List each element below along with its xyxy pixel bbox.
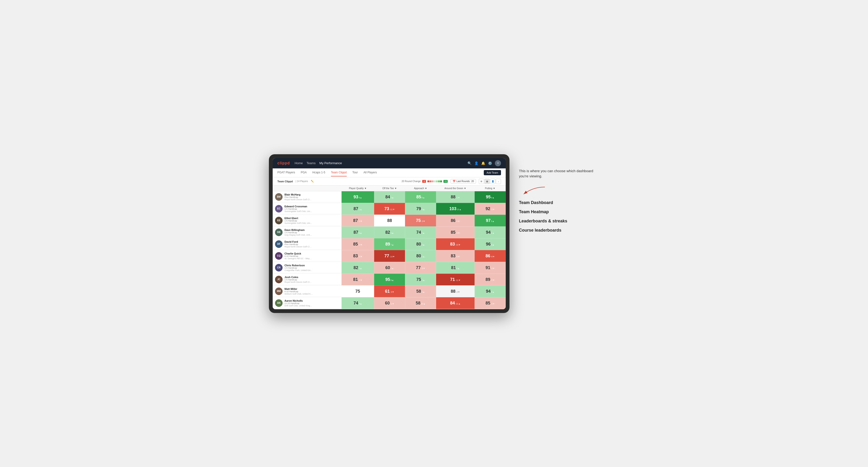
score-cell[interactable]: 92-3▼	[474, 203, 505, 215]
score-value: 87	[353, 206, 358, 211]
nav-logo[interactable]: clippd	[277, 161, 290, 165]
score-cell[interactable]: 752▲	[405, 274, 436, 285]
score-cell[interactable]: 823▲	[342, 262, 374, 274]
score-value: 83	[353, 253, 358, 258]
score-cell[interactable]: 86-6▼	[436, 215, 475, 226]
export-button[interactable]: ↓	[496, 179, 501, 184]
score-cell[interactable]: 71-11▼	[436, 274, 475, 285]
score-cell[interactable]: 584▲	[405, 285, 436, 297]
score-cell[interactable]: 73-11▼	[374, 203, 405, 215]
bell-icon[interactable]: 🔔	[481, 161, 485, 165]
score-cell[interactable]: 77-14▼	[374, 250, 405, 262]
tab-tour[interactable]: Tour	[352, 169, 358, 177]
score-cell[interactable]: 60-1▼	[374, 297, 405, 309]
score-cell[interactable]: 83-3▼	[342, 250, 374, 262]
score-cell[interactable]: 897▲	[374, 238, 405, 250]
score-cell[interactable]: 88-2▼	[436, 285, 475, 297]
tab-pga[interactable]: PGA	[301, 169, 307, 177]
tab-team-clippd[interactable]: Team Clippd	[331, 169, 347, 177]
score-cell[interactable]: 83-6▼	[436, 250, 475, 262]
option-team-heatmap[interactable]: Team Heatmap	[519, 210, 599, 214]
score-cell[interactable]: 86-8▼	[474, 250, 505, 262]
tab-pgat[interactable]: PGAT Players	[277, 169, 295, 177]
score-cell[interactable]: 75	[342, 285, 374, 297]
col-header-tee[interactable]: Off the Tee ▼	[374, 186, 405, 191]
option-leaderboards[interactable]: Leaderboards & streaks	[519, 219, 599, 224]
grid-view-button[interactable]: ⊞	[479, 179, 484, 184]
score-cell[interactable]: 89-2▼	[474, 274, 505, 285]
score-cell[interactable]: 84-21▲	[436, 297, 475, 309]
score-cell[interactable]: 803▲	[405, 238, 436, 250]
score-cell[interactable]: 846▲	[374, 191, 405, 203]
nav-link-home[interactable]: Home	[294, 160, 303, 166]
avatar-view-button[interactable]: 👤	[490, 179, 495, 184]
score-cell[interactable]: 801▲	[405, 250, 436, 262]
option-course-leaderboards[interactable]: Course leaderboards	[519, 228, 599, 233]
col-header-quality[interactable]: Player Quality ▼	[342, 186, 374, 191]
score-cell[interactable]: 61-3▼	[374, 285, 405, 297]
score-cell[interactable]: 871▲	[342, 203, 374, 215]
score-cell[interactable]: 741▲	[405, 226, 436, 238]
score-cell[interactable]: 748▲	[342, 297, 374, 309]
score-change: -3▼	[390, 291, 394, 293]
search-icon[interactable]: 🔍	[467, 161, 471, 165]
score-change: -6▼	[456, 255, 460, 258]
score-cell[interactable]: 83-10▼	[436, 238, 475, 250]
table-row[interactable]: CRChris Robertson1-5 HandicapCraigmillar…	[273, 262, 506, 274]
score-cell[interactable]: 85-4▼	[474, 297, 505, 309]
score-cell[interactable]: 10315▲	[436, 203, 475, 215]
score-cell[interactable]: 958▲	[374, 274, 405, 285]
score-cell[interactable]: 975▲	[474, 215, 505, 226]
score-cell[interactable]: 874▲	[342, 226, 374, 238]
score-cell[interactable]: 602▲	[374, 262, 405, 274]
score-cell[interactable]: 75-3▼	[405, 215, 436, 226]
settings-icon[interactable]: ⚙️	[488, 161, 492, 165]
table-row[interactable]: ECEdward Crossman1-5 HandicapSunningdale…	[273, 203, 506, 215]
score-change: 6▲	[391, 196, 394, 199]
score-cell[interactable]: 85-3▼	[436, 226, 475, 238]
player-avatar: JC	[275, 276, 283, 283]
nav-link-teams[interactable]: Teams	[307, 160, 316, 166]
score-cell[interactable]: 858▲	[405, 191, 436, 203]
table-row[interactable]: JCJosh Coles1-5 HandicapRoyal North Devo…	[273, 274, 506, 285]
score-cell[interactable]: 81-3▼	[342, 274, 374, 285]
score-cell[interactable]: 941▲	[474, 226, 505, 238]
col-header-green[interactable]: Around the Green ▼	[436, 186, 475, 191]
table-row[interactable]: EEElliot Ebert1-5 HandicapSunningdale Go…	[273, 215, 506, 226]
score-cell[interactable]: 799▲	[405, 203, 436, 215]
table-row[interactable]: DFDavid FordPlus HandicapRoyal North Dev…	[273, 238, 506, 250]
user-icon[interactable]: 👤	[474, 161, 478, 165]
heatmap-view-button[interactable]: ▦	[485, 179, 490, 184]
score-cell[interactable]: 5810▲	[405, 297, 436, 309]
edit-icon[interactable]: ✏️	[311, 180, 314, 183]
page-wrapper: clippd Home Teams My Performance 🔍 👤 🔔 ⚙…	[269, 154, 599, 313]
score-cell[interactable]: 824▲	[374, 226, 405, 238]
tab-all-players[interactable]: All Players	[364, 169, 377, 177]
table-row[interactable]: CQCharlie Quick6-10 HandicapSt. George's…	[273, 250, 506, 262]
nav-link-performance[interactable]: My Performance	[319, 160, 342, 166]
last-rounds-button[interactable]: 📅 Last Rounds: 20	[451, 179, 476, 184]
option-team-dashboard[interactable]: Team Dashboard	[519, 200, 599, 205]
score-change: 8▲	[359, 303, 362, 305]
score-cell[interactable]: 91-3▼	[474, 262, 505, 274]
score-cell[interactable]: 87-3▼	[342, 215, 374, 226]
score-cell[interactable]: 77-3▼	[405, 262, 436, 274]
tab-hcaps[interactable]: Hcaps 1-5	[312, 169, 325, 177]
score-cell[interactable]: 939▲	[342, 191, 374, 203]
sub-nav: PGAT Players PGA Hcaps 1-5 Team Clippd T…	[273, 168, 506, 177]
score-cell[interactable]: 88-1▼	[436, 191, 475, 203]
table-row[interactable]: DBDave Billingham1-5 HandicapGog Magog G…	[273, 226, 506, 238]
score-cell[interactable]: 814▲	[436, 262, 475, 274]
score-cell[interactable]: 959▲	[474, 191, 505, 203]
col-header-putting[interactable]: Putting ▼	[474, 186, 505, 191]
score-cell[interactable]: 85-3▼	[342, 238, 374, 250]
table-row[interactable]: MMMatt Miller6-10 HandicapWoburn Golf Cl…	[273, 285, 506, 297]
score-cell[interactable]: 943▲	[474, 285, 505, 297]
score-cell[interactable]: 963▲	[474, 238, 505, 250]
avatar[interactable]: U	[495, 160, 501, 166]
table-row[interactable]: BMBlair McHargPlus HandicapRoyal North D…	[273, 191, 506, 203]
score-cell[interactable]: 88	[374, 215, 405, 226]
add-team-button[interactable]: Add Team	[484, 170, 501, 175]
col-header-approach[interactable]: Approach ▼	[405, 186, 436, 191]
table-row[interactable]: ANAaron Nicholls11-15 HandicapDrift Golf…	[273, 297, 506, 309]
